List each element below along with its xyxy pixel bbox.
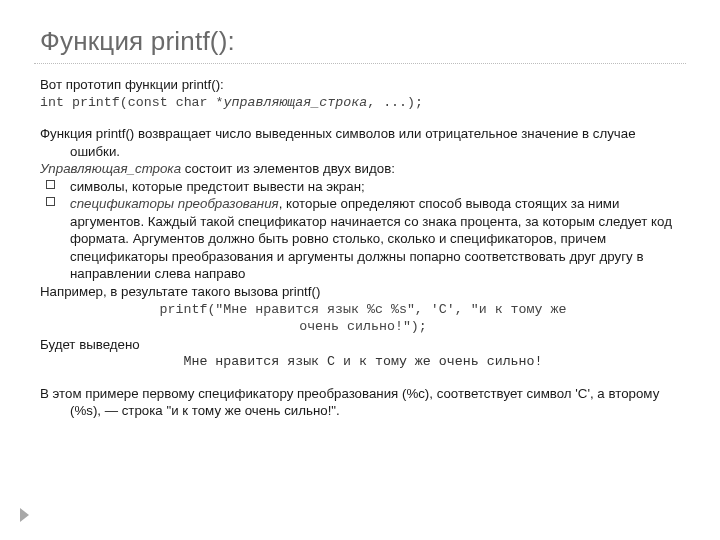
slide-body: Вот прототип функции printf(): int print… <box>34 76 686 420</box>
proto-italic: управляющая_строка <box>224 95 368 110</box>
final-paragraph: В этом примере первому спецификатору пре… <box>40 385 686 420</box>
example-intro: Например, в результате такого вызова pri… <box>40 283 686 301</box>
slide-title: Функция printf(): <box>34 26 686 57</box>
proto-prefix: int printf(const char * <box>40 95 224 110</box>
bullet-list: символы, которые предстоит вывести на эк… <box>40 178 686 283</box>
example-code-line1: printf("Мне нравится язык %c %s", 'C', "… <box>40 301 686 319</box>
proto-suffix: , ...); <box>367 95 423 110</box>
bullet-item-2: спецификаторы преобразования, которые оп… <box>40 195 686 283</box>
prototype-line: int printf(const char *управляющая_строк… <box>40 94 686 112</box>
square-bullet-icon <box>46 197 55 206</box>
next-slide-icon[interactable] <box>20 508 29 522</box>
intro-line: Вот прототип функции printf(): <box>40 76 686 94</box>
output-text: Мне нравится язык C и к тому же очень си… <box>40 353 686 371</box>
bullet-1-text: символы, которые предстоит вывести на эк… <box>70 179 365 194</box>
ustr-italic: Управляющая_строка <box>40 161 181 176</box>
return-desc: Функция printf() возвращает число выведе… <box>40 125 686 160</box>
square-bullet-icon <box>46 180 55 189</box>
title-divider <box>34 63 686 64</box>
bullet-item-1: символы, которые предстоит вывести на эк… <box>40 178 686 196</box>
ustr-sent: Управляющая_строка состоит из элементов … <box>40 160 686 178</box>
output-label: Будет выведено <box>40 336 686 354</box>
ustr-rest: состоит из элементов двух видов: <box>181 161 395 176</box>
bullet-2-italic: спецификаторы преобразования <box>70 196 279 211</box>
example-code-line2: очень сильно!"); <box>40 318 686 336</box>
